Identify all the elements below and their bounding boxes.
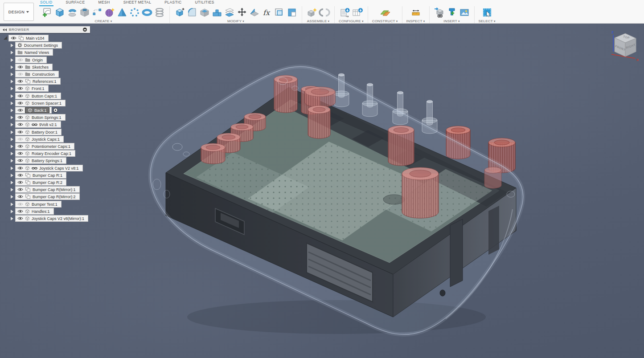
view-cube[interactable]: Z X TOP FRONT RIGHT (606, 27, 641, 64)
combine-icon[interactable] (211, 7, 223, 18)
expand-arrow-icon[interactable] (11, 195, 13, 199)
browser-item-joystick-caps-v2-mirror[interactable]: Joystick Caps V2 v8(Mirror):1 (11, 215, 88, 222)
visibility-eye-icon[interactable] (17, 151, 23, 155)
browser-item-document-settings[interactable]: Document Settings (11, 42, 62, 49)
browser-item-references[interactable]: References:1 (11, 78, 61, 85)
browser-item-potentiometer-caps[interactable]: Potentiometer Caps:1 (11, 143, 74, 150)
expand-arrow-icon[interactable] (11, 123, 13, 126)
browser-item-origin[interactable]: Origin (11, 57, 47, 63)
visibility-eye-icon[interactable] (17, 195, 23, 199)
expand-arrow-icon[interactable] (11, 94, 13, 98)
expand-arrow-icon[interactable] (11, 130, 13, 134)
fillet-icon[interactable] (186, 7, 198, 18)
visibility-eye-icon[interactable] (17, 115, 23, 119)
expand-arrow-icon[interactable] (11, 51, 13, 54)
tab-sheet-metal[interactable]: SHEET METAL (123, 0, 152, 6)
create-menu-label[interactable]: CREATE (95, 19, 112, 23)
browser-item-rotary-encoder-cap[interactable]: Rotary Encoder Cap:1 (11, 150, 75, 157)
browser-item-bumper-cap-r2[interactable]: Bumper Cap R:2 (11, 179, 66, 186)
press-pull-icon[interactable] (174, 7, 185, 18)
tab-mesh[interactable]: MESH (97, 0, 111, 6)
construction-plane-icon[interactable] (379, 7, 391, 18)
browser-item-back[interactable]: Back:1 (11, 107, 58, 114)
insert-canvas-icon[interactable] (459, 7, 470, 18)
insert-fastener-icon[interactable] (446, 7, 458, 18)
browser-item-joystick-caps[interactable]: Joystick Caps:1 (11, 136, 64, 142)
torus-icon[interactable] (141, 7, 153, 18)
browser-item-button-caps[interactable]: Button Caps:1 (11, 93, 61, 99)
visibility-eye-icon[interactable] (17, 173, 23, 177)
visibility-eye-icon[interactable] (17, 79, 23, 83)
visibility-eye-icon[interactable] (17, 209, 23, 213)
expand-arrow-icon[interactable] (11, 44, 13, 47)
browser-item-screen-spacer[interactable]: Screen Spacer:1 (11, 100, 66, 106)
tab-solid[interactable]: SOLID (39, 0, 53, 6)
configure-icon[interactable] (339, 7, 351, 18)
browser-item-battery-springs[interactable]: Battery Springs:1 (11, 157, 66, 164)
browser-item-handles[interactable]: Handles:1 (11, 208, 54, 215)
inspect-menu-label[interactable]: INSPECT (406, 19, 425, 23)
measure-icon[interactable] (410, 7, 422, 18)
select-window-icon[interactable] (481, 7, 493, 18)
browser-item-joystick-caps-v2[interactable]: Joystick Caps V2 v8:1 (11, 165, 83, 171)
browser-item-main[interactable]: Main v104 (4, 35, 49, 41)
browser-item-bumper-cap-mirror1[interactable]: Bumper Cap R(Mirror):1 (11, 186, 80, 193)
revolve-icon[interactable] (66, 7, 78, 18)
coil-icon[interactable] (154, 7, 165, 18)
expand-arrow-icon[interactable] (11, 181, 13, 184)
visibility-eye-icon[interactable] (17, 187, 23, 191)
change-parameters-icon[interactable]: fx (261, 7, 273, 18)
offset-face-icon[interactable] (224, 7, 235, 18)
visibility-eye-icon[interactable] (17, 159, 23, 163)
insert-menu-label[interactable]: INSERT (443, 19, 459, 23)
assemble-menu-label[interactable]: ASSEMBLE (307, 19, 330, 23)
visibility-eye-icon[interactable] (17, 137, 23, 141)
expand-arrow-icon[interactable] (11, 174, 13, 177)
browser-item-bumper-test[interactable]: Bumper Test:1 (11, 201, 62, 207)
configuration-table-icon[interactable] (352, 7, 363, 18)
expand-arrow-icon[interactable] (11, 152, 13, 155)
move-icon[interactable] (236, 7, 248, 18)
insert-derive-icon[interactable] (434, 7, 445, 18)
tab-plastic[interactable]: PLASTIC (164, 0, 182, 6)
visibility-eye-icon[interactable] (17, 108, 23, 112)
visibility-eye-icon[interactable] (17, 101, 23, 105)
modify-menu-label[interactable]: MODIFY (227, 19, 244, 23)
visibility-eye-icon[interactable] (17, 144, 23, 148)
hole-icon[interactable] (79, 7, 90, 18)
design-menu-button[interactable]: DESIGN (4, 3, 34, 21)
visibility-eye-icon[interactable] (17, 216, 23, 220)
visibility-eye-icon[interactable] (17, 202, 23, 206)
split-body-icon[interactable] (249, 7, 260, 18)
configure-menu-label[interactable]: CONFIGURE (339, 19, 364, 23)
visibility-eye-icon[interactable] (17, 58, 23, 62)
expand-arrow-icon[interactable] (11, 102, 13, 105)
expand-arrow-icon[interactable] (11, 138, 13, 141)
expand-arrow-icon[interactable] (11, 188, 13, 191)
browser-item-9volt[interactable]: 9Volt v2:1 (11, 121, 61, 128)
expand-arrow-icon[interactable] (11, 73, 13, 76)
browser-item-button-springs[interactable]: Button Springs:1 (11, 114, 66, 121)
expand-arrow-icon[interactable] (11, 203, 13, 206)
activate-component-icon[interactable] (53, 108, 58, 113)
loft-icon[interactable] (116, 7, 128, 18)
browser-item-sketches[interactable]: Sketches (11, 64, 53, 70)
visibility-eye-icon[interactable] (17, 72, 23, 76)
replace-face-icon[interactable] (286, 7, 298, 18)
tab-utilities[interactable]: UTILITIES (194, 0, 215, 6)
visibility-eye-icon[interactable] (17, 122, 23, 126)
visibility-eye-icon[interactable] (17, 166, 23, 170)
visibility-eye-icon[interactable] (17, 86, 23, 90)
browser-item-battery-door[interactable]: Battery Door:1 (11, 129, 62, 135)
extrude-icon[interactable] (54, 7, 66, 18)
expand-arrow-icon[interactable] (4, 36, 7, 40)
visibility-eye-icon[interactable] (11, 36, 16, 40)
joint-icon[interactable] (319, 7, 330, 18)
expand-arrow-icon[interactable] (11, 109, 13, 112)
tab-surface[interactable]: SURFACE (65, 0, 86, 6)
expand-arrow-icon[interactable] (11, 159, 13, 163)
viewport-canvas[interactable] (0, 0, 644, 358)
visibility-eye-icon[interactable] (17, 130, 23, 134)
create-sketch-icon[interactable] (41, 7, 53, 18)
browser-item-bumper-cap-mirror2[interactable]: Bumper Cap R(Mirror):2 (11, 193, 80, 200)
